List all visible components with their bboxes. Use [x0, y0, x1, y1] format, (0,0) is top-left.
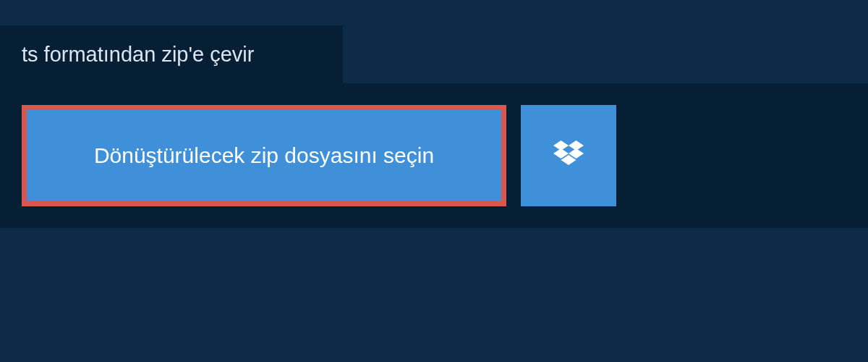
file-select-label: Dönüştürülecek zip dosyasını seçin	[94, 143, 434, 168]
tab-label: ts formatından zip'e çevir	[22, 43, 254, 67]
dropbox-button[interactable]	[521, 105, 616, 206]
conversion-tab[interactable]: ts formatından zip'e çevir	[0, 25, 343, 83]
button-row: Dönüştürülecek zip dosyasını seçin	[22, 105, 846, 206]
file-select-button[interactable]: Dönüştürülecek zip dosyasını seçin	[22, 105, 506, 206]
dropbox-icon	[553, 140, 584, 171]
main-panel: Dönüştürülecek zip dosyasını seçin	[0, 83, 868, 228]
